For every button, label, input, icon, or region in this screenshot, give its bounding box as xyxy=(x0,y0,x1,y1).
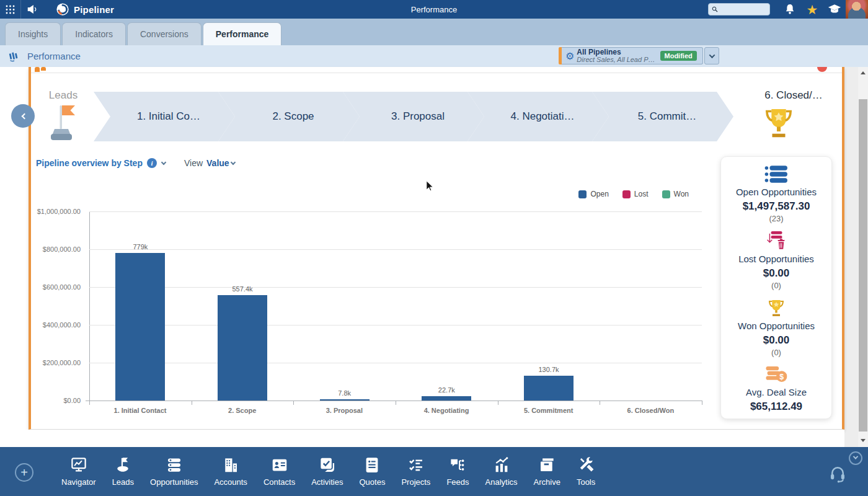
nav-item-navigator[interactable]: Navigator xyxy=(53,452,104,490)
performance-feed-card: Leads 1. Initial Co…2. Scope3. Proposal4… xyxy=(29,67,844,430)
nav-quotes-icon xyxy=(363,456,381,474)
chevron-down-icon xyxy=(853,454,858,459)
x-axis-tick xyxy=(600,401,600,405)
user-avatar[interactable] xyxy=(846,0,868,19)
nav-item-projects[interactable]: Projects xyxy=(393,452,438,490)
funnel-step-2[interactable]: 2. Scope xyxy=(218,92,360,141)
funnel-step-5[interactable]: 5. Commit… xyxy=(592,92,733,141)
support-headset-icon[interactable] xyxy=(828,464,847,485)
nav-archive-icon xyxy=(538,456,556,474)
nav-navigator-icon xyxy=(69,456,88,474)
kpi-won-opportunities[interactable]: Won Opportunities$0.00(0) xyxy=(738,298,815,358)
notification-badge-partial xyxy=(817,67,827,72)
bar-value-label: 130.7k xyxy=(524,366,574,373)
scrollbar-up-arrow[interactable] xyxy=(859,68,867,77)
funnel-step-3[interactable]: 3. Proposal xyxy=(343,92,484,141)
tab-conversions[interactable]: Conversions xyxy=(127,22,202,45)
kpi-value: $0.00 xyxy=(763,334,790,347)
collapse-navbar-button[interactable] xyxy=(849,451,862,465)
scrollbar-thumb[interactable] xyxy=(859,99,867,432)
nav-analytics-icon xyxy=(492,456,511,474)
x-axis-tick-label: 4. Negotiating xyxy=(396,407,497,414)
legend-swatch xyxy=(622,190,631,198)
collapse-left-button[interactable] xyxy=(11,104,35,128)
funnel-leads-label: Leads xyxy=(40,89,87,102)
kpi-avg-deal-size[interactable]: Avg. Deal Size$65,112.49 xyxy=(746,365,807,413)
nav-item-label: Archive xyxy=(534,477,560,487)
bar-1[interactable] xyxy=(115,253,165,401)
chevron-down-icon[interactable] xyxy=(161,160,166,165)
legend-item-won[interactable]: Won xyxy=(662,190,689,198)
x-axis-tick-label: 3. Proposal xyxy=(293,407,395,414)
nav-item-opportunities[interactable]: Opportunities xyxy=(142,452,206,490)
tab-indicators[interactable]: Indicators xyxy=(62,22,126,45)
bottom-navigation-bar: + NavigatorLeadsOpportunitiesAccountsCon… xyxy=(0,447,868,496)
funnel-step-4[interactable]: 4. Negotiati… xyxy=(467,92,609,141)
learning-graduation-cap-icon[interactable] xyxy=(823,0,846,19)
kpi-won-icon xyxy=(766,298,786,317)
leads-flag-icon[interactable] xyxy=(42,103,81,143)
nav-item-tools[interactable]: Tools xyxy=(569,452,603,490)
view-value-dropdown[interactable]: Value xyxy=(206,158,229,168)
bar-value-label: 7.8k xyxy=(320,389,370,397)
nav-item-accounts[interactable]: Accounts xyxy=(206,452,255,490)
kpi-label: Won Opportunities xyxy=(738,321,815,332)
nav-item-feeds[interactable]: Feeds xyxy=(438,452,477,490)
bar-5[interactable] xyxy=(524,376,574,401)
tab-performance[interactable]: Performance xyxy=(203,22,282,45)
kpi-open-opportunities[interactable]: Open Opportunities$1,497,587.30(23) xyxy=(736,165,817,224)
nav-leads-icon xyxy=(113,456,132,474)
search-icon xyxy=(711,5,719,14)
x-axis-tick-label: 1. Initial Contact xyxy=(89,407,191,414)
gridline xyxy=(89,325,702,326)
bar-3[interactable] xyxy=(320,399,370,401)
nav-item-leads[interactable]: Leads xyxy=(104,452,142,490)
chart-legend: OpenLostWon xyxy=(578,190,689,198)
info-icon[interactable]: i xyxy=(147,158,157,168)
search-input[interactable] xyxy=(719,6,767,13)
kpi-count: (23) xyxy=(769,214,783,224)
add-new-button[interactable]: + xyxy=(15,463,33,482)
legend-label: Won xyxy=(674,190,689,198)
x-axis-tick xyxy=(396,401,396,405)
view-label: View xyxy=(184,158,203,168)
y-axis-line xyxy=(89,211,90,405)
notifications-bell-icon[interactable] xyxy=(779,0,801,19)
nav-item-archive[interactable]: Archive xyxy=(526,452,569,490)
closed-won-trophy-icon[interactable] xyxy=(761,104,796,140)
nav-item-contacts[interactable]: Contacts xyxy=(255,452,303,490)
pipeline-selector-dropdown-button[interactable] xyxy=(704,47,719,64)
nav-item-label: Tools xyxy=(577,477,595,487)
search-box[interactable] xyxy=(708,3,770,16)
bar-value-label: 22.7k xyxy=(422,386,471,394)
kpi-value: $1,497,587.30 xyxy=(743,200,810,213)
nav-item-label: Quotes xyxy=(359,477,385,487)
legend-item-open[interactable]: Open xyxy=(578,190,608,198)
announcements-icon[interactable] xyxy=(21,0,42,19)
app-logo[interactable]: Pipeliner xyxy=(56,2,114,16)
bar-4[interactable] xyxy=(422,396,471,401)
funnel-step-1[interactable]: 1. Initial Co… xyxy=(94,92,235,141)
performance-icon xyxy=(7,50,21,63)
app-grid-icon[interactable] xyxy=(0,0,21,19)
tab-insights[interactable]: Insights xyxy=(5,22,61,45)
y-axis-tick-label: $800,000.00 xyxy=(6,246,81,253)
overview-dropdown[interactable]: Pipeline overview by Step xyxy=(36,158,143,168)
nav-item-label: Projects xyxy=(401,477,430,487)
favorites-star-icon[interactable]: ★ xyxy=(801,0,823,19)
legend-item-lost[interactable]: Lost xyxy=(622,190,649,198)
y-axis-tick-label: $1,000,000.00 xyxy=(6,208,81,215)
scrollbar-down-arrow[interactable] xyxy=(859,436,867,445)
nav-item-quotes[interactable]: Quotes xyxy=(351,452,393,490)
bar-2[interactable] xyxy=(218,295,267,401)
kpi-label: Open Opportunities xyxy=(736,187,817,198)
kpi-lost-opportunities[interactable]: Lost Opportunities$0.00(0) xyxy=(738,231,814,291)
nav-item-activities[interactable]: Activities xyxy=(303,452,351,490)
nav-item-label: Opportunities xyxy=(150,477,198,487)
pipeline-selector[interactable]: ⚙ All Pipelines Direct Sales, All Lead P… xyxy=(562,47,703,64)
kpi-value: $0.00 xyxy=(763,267,790,280)
nav-item-analytics[interactable]: Analytics xyxy=(477,452,526,490)
chevron-down-icon[interactable] xyxy=(230,160,235,165)
tab-strip: InsightsIndicatorsConversionsPerformance xyxy=(0,19,868,45)
y-axis-tick-label: $200,000.00 xyxy=(6,359,81,366)
